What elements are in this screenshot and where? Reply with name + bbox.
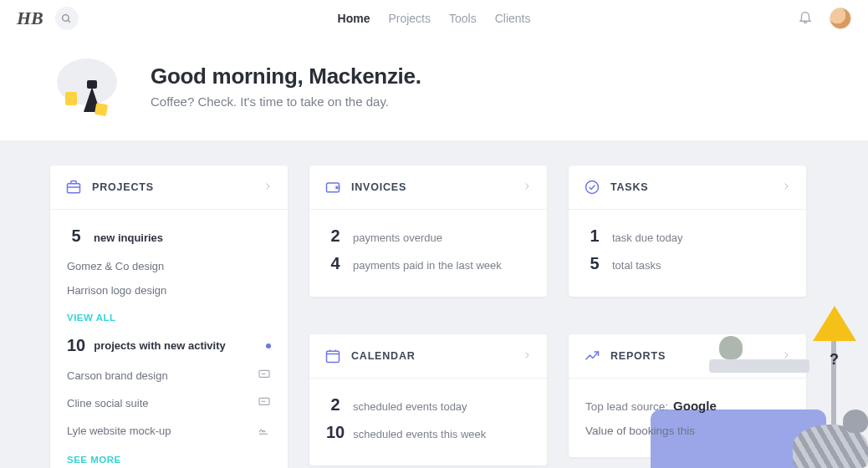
tasks-card: TASKS 1 task due today 5 total tasks [569, 165, 806, 297]
new-inquiries-count: 5 [67, 226, 85, 246]
inquiries-list: Gomez & Co design Harrison logo design [67, 254, 271, 303]
activity-list: Carson brand design Cline social suite L… [67, 362, 271, 445]
notifications-button[interactable] [798, 9, 813, 28]
briefcase-icon [65, 179, 82, 196]
greeting-subtitle: Coffee? Check. It's time to take on the … [151, 94, 421, 109]
paid-count: 4 [326, 254, 345, 273]
chart-up-icon [584, 348, 600, 364]
bookings-value-label: Value of bookings this [585, 425, 789, 437]
paid-label: payments paid in the last week [353, 259, 502, 272]
list-item[interactable]: Gomez & Co design [67, 254, 271, 278]
nav-projects[interactable]: Projects [388, 12, 431, 25]
tasks-due-count: 1 [585, 226, 604, 246]
invoices-card: INVOICES 2 payments overdue 4 payments p… [309, 165, 547, 297]
message-icon [258, 368, 271, 384]
chevron-right-icon [522, 348, 532, 364]
events-today-label: scheduled events today [353, 400, 467, 413]
new-inquiries-label: new inquiries [94, 231, 163, 244]
top-lead-source-value: Google [673, 399, 717, 413]
list-item[interactable]: Cline social suite [67, 389, 271, 417]
list-item[interactable]: Carson brand design [67, 362, 271, 389]
coffee-illustration [50, 57, 125, 115]
projects-card: PROJECTS 5 new inquiries Gomez & Co desi… [50, 165, 288, 468]
events-today-count: 2 [326, 395, 345, 415]
main-nav: Home Projects Tools Clients [338, 12, 531, 25]
events-week-label: scheduled events this week [353, 428, 486, 440]
svg-point-11 [336, 187, 338, 189]
search-button[interactable] [55, 7, 79, 30]
greeting-title: Good morning, Mackenzie. [151, 64, 421, 89]
svg-point-12 [586, 181, 599, 194]
list-item[interactable]: Harrison logo design [67, 278, 271, 303]
chevron-right-icon [263, 180, 273, 195]
see-more-link[interactable]: SEE MORE [67, 455, 121, 465]
activity-indicator-dot [266, 343, 271, 348]
nav-home[interactable]: Home [338, 12, 370, 25]
message-icon [258, 395, 271, 411]
bell-icon [798, 9, 813, 24]
signature-icon [258, 423, 271, 439]
activity-label: projects with new activity [94, 339, 226, 352]
dashboard-grid: PROJECTS 5 new inquiries Gomez & Co desi… [0, 140, 868, 468]
tasks-total-label: total tasks [612, 259, 661, 272]
tasks-title: TASKS [610, 181, 648, 193]
tasks-icon [584, 179, 600, 196]
activity-count: 10 [67, 336, 85, 355]
nav-clients[interactable]: Clients [495, 12, 531, 25]
tasks-total-count: 5 [585, 254, 604, 273]
view-all-link[interactable]: VIEW ALL [67, 313, 116, 323]
calendar-card-header[interactable]: CALENDAR [309, 334, 547, 379]
events-week-count: 10 [326, 423, 345, 442]
tasks-card-header[interactable]: TASKS [569, 165, 806, 210]
projects-card-header[interactable]: PROJECTS [50, 165, 288, 210]
reports-card: REPORTS Top lead source: Google Value of… [569, 334, 806, 457]
projects-title: PROJECTS [92, 181, 154, 193]
overdue-count: 2 [326, 226, 345, 246]
chevron-right-icon [781, 348, 791, 364]
invoices-title: INVOICES [351, 181, 406, 193]
list-item[interactable]: Lyle website mock-up [67, 417, 271, 445]
invoices-card-header[interactable]: INVOICES [309, 165, 547, 210]
top-lead-source-label: Top lead source: [585, 400, 668, 413]
avatar[interactable] [830, 8, 851, 29]
calendar-icon [324, 348, 341, 364]
svg-rect-13 [327, 351, 340, 362]
top-bar: HB Home Projects Tools Clients [0, 0, 868, 37]
reports-card-header[interactable]: REPORTS [569, 334, 806, 379]
reports-title: REPORTS [610, 350, 666, 362]
calendar-title: CALENDAR [351, 350, 416, 362]
chevron-right-icon [781, 180, 791, 195]
svg-rect-2 [68, 184, 80, 193]
overdue-label: payments overdue [353, 231, 442, 244]
chevron-right-icon [522, 180, 532, 195]
logo[interactable]: HB [17, 8, 43, 29]
svg-point-0 [63, 14, 69, 21]
calendar-card: CALENDAR 2 scheduled events today 10 sch… [309, 334, 547, 465]
search-icon [61, 13, 72, 24]
nav-tools[interactable]: Tools [449, 12, 477, 25]
tasks-due-label: task due today [612, 231, 683, 244]
hero: Good morning, Mackenzie. Coffee? Check. … [0, 37, 868, 140]
wallet-icon [324, 179, 341, 196]
svg-line-1 [68, 20, 70, 23]
